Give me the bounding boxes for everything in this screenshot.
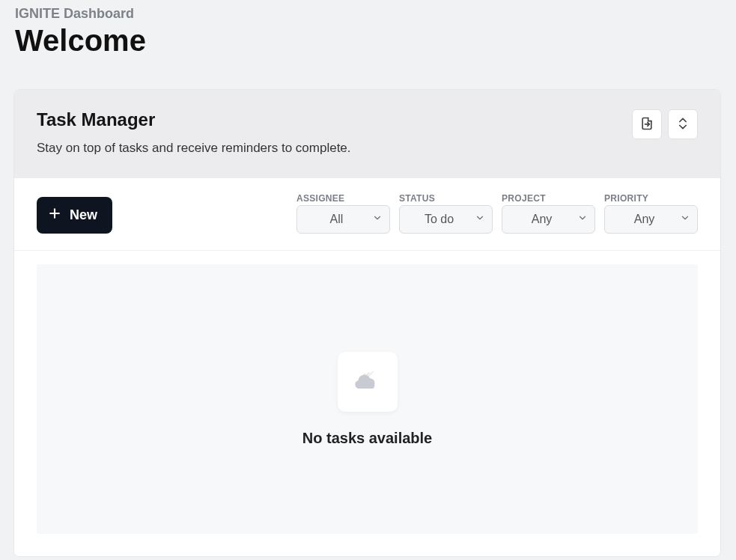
card-title: Task Manager <box>37 109 351 130</box>
filter-status: STATUS To do <box>399 193 493 234</box>
page-title: Welcome <box>15 23 721 58</box>
sort-button[interactable] <box>668 109 698 139</box>
new-task-button[interactable]: New <box>37 197 112 234</box>
sort-icon <box>675 116 690 133</box>
empty-state-icon-tile <box>338 352 398 412</box>
filter-project-label: PROJECT <box>502 193 595 204</box>
card-header: Task Manager Stay on top of tasks and re… <box>14 90 720 178</box>
new-task-label: New <box>70 207 97 223</box>
import-icon <box>639 116 654 133</box>
filter-priority-label: PRIORITY <box>604 193 698 204</box>
project-select[interactable]: Any <box>502 205 595 234</box>
filters: ASSIGNEE All STATUS To do PR <box>296 193 698 234</box>
card-subtitle: Stay on top of tasks and receive reminde… <box>37 141 351 156</box>
filter-status-label: STATUS <box>399 193 493 204</box>
cloud-icon <box>351 364 384 400</box>
assignee-select[interactable]: All <box>296 205 390 234</box>
empty-state-message: No tasks available <box>302 430 432 447</box>
plus-icon <box>47 206 62 225</box>
card-body: No tasks available <box>14 251 720 556</box>
import-button[interactable] <box>632 109 662 139</box>
filter-project: PROJECT Any <box>502 193 595 234</box>
toolbar: New ASSIGNEE All STATUS To do <box>14 178 720 251</box>
filter-assignee-label: ASSIGNEE <box>296 193 390 204</box>
breadcrumb: IGNITE Dashboard <box>15 6 721 22</box>
status-select[interactable]: To do <box>399 205 493 234</box>
task-manager-card: Task Manager Stay on top of tasks and re… <box>13 89 721 557</box>
priority-select[interactable]: Any <box>604 205 698 234</box>
filter-assignee: ASSIGNEE All <box>296 193 390 234</box>
filter-priority: PRIORITY Any <box>604 193 698 234</box>
empty-state: No tasks available <box>37 264 698 534</box>
